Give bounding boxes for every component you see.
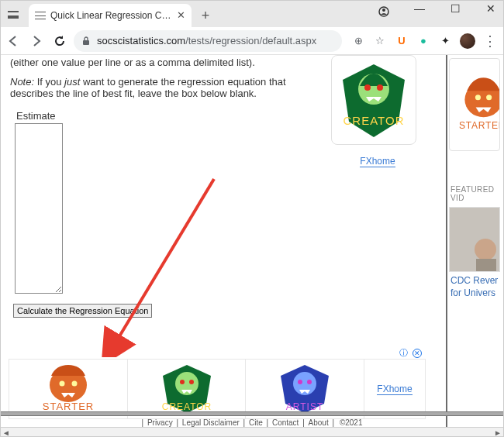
svg-text:CREATOR: CREATOR xyxy=(343,114,405,127)
svg-point-13 xyxy=(180,380,185,384)
main-content: (either one value per line or as a comma… xyxy=(1,55,447,427)
scroll-right-icon[interactable]: ► xyxy=(494,428,502,437)
url-host: socscistatistics.com xyxy=(97,35,185,46)
tab-favicon xyxy=(35,10,46,21)
titlebar: Quick Linear Regression Calculat ✕ + — ☐… xyxy=(1,1,503,27)
app-menu-button[interactable] xyxy=(4,5,22,24)
forward-button[interactable] xyxy=(27,32,46,50)
extension-green-icon[interactable]: ● xyxy=(416,34,430,48)
svg-point-16 xyxy=(293,372,316,395)
svg-rect-2 xyxy=(83,40,89,45)
inline-ad[interactable]: CREATOR FXhome xyxy=(331,55,424,167)
window-close-button[interactable]: ✕ xyxy=(480,2,502,17)
reload-button[interactable] xyxy=(50,32,69,50)
video-title[interactable]: CDC Rever for Univers xyxy=(450,275,503,299)
ad-marker: ⓘ ✕ xyxy=(399,347,422,359)
ad-starter-icon[interactable]: STARTER xyxy=(9,360,128,418)
svg-point-17 xyxy=(298,380,302,384)
page-viewport: (either one value per line or as a comma… xyxy=(1,55,503,427)
tab-close-icon[interactable]: ✕ xyxy=(176,11,185,20)
svg-point-9 xyxy=(59,381,64,387)
creator-badge-icon: CREATOR xyxy=(331,55,416,145)
ad-right-panel: FXhome xyxy=(364,360,425,418)
right-sidebar: STARTER FEATURED VID CDC Rever CDC Rever… xyxy=(447,55,503,427)
footer-contact[interactable]: Contact xyxy=(272,418,299,427)
svg-text:STARTER: STARTER xyxy=(459,120,500,131)
footer-privacy[interactable]: Privacy xyxy=(147,418,173,427)
browser-window: Quick Linear Regression Calculat ✕ + — ☐… xyxy=(0,0,504,437)
bottom-ad-row[interactable]: ⓘ ✕ STARTER xyxy=(9,359,426,419)
sidebar-starter-icon[interactable]: STARTER xyxy=(449,58,500,151)
back-button[interactable] xyxy=(4,32,22,50)
svg-point-12 xyxy=(175,372,198,395)
svg-text:ARTIST: ARTIST xyxy=(286,401,323,412)
window-controls: — ☐ ✕ xyxy=(373,2,502,17)
footer-copyright: ©2021 xyxy=(340,418,363,427)
tab-title: Quick Linear Regression Calculat xyxy=(50,10,173,21)
window-maximize-button[interactable]: ☐ xyxy=(444,2,466,17)
account-circle-icon[interactable] xyxy=(378,5,390,18)
svg-rect-26 xyxy=(476,259,496,272)
extensions-puzzle-icon[interactable]: ✦ xyxy=(438,34,452,48)
footer-links: | Privacy | Legal Disclaimer | Cite | Co… xyxy=(1,418,503,427)
footer-separator xyxy=(1,411,503,416)
window-minimize-button[interactable]: — xyxy=(409,2,430,17)
url-path: /tests/regression/default.aspx xyxy=(185,35,316,46)
zoom-icon[interactable]: ⊕ xyxy=(351,34,365,48)
address-bar: socscistatistics.com/tests/regression/de… xyxy=(1,27,503,55)
new-tab-button[interactable]: + xyxy=(196,6,215,25)
profile-avatar-icon[interactable] xyxy=(460,33,475,49)
svg-point-4 xyxy=(364,84,371,91)
svg-point-5 xyxy=(377,84,383,91)
scroll-left-icon[interactable]: ◄ xyxy=(2,428,10,437)
featured-video-thumb[interactable]: CDC Rever xyxy=(449,207,500,272)
extension-u-icon[interactable]: U xyxy=(395,34,409,48)
browser-tab[interactable]: Quick Linear Regression Calculat ✕ xyxy=(29,4,192,27)
svg-point-21 xyxy=(475,95,481,100)
svg-point-1 xyxy=(382,9,385,12)
annotation-arrow-icon xyxy=(63,171,226,357)
lock-icon xyxy=(81,36,91,46)
intro-text: (either one value per line or as a comma… xyxy=(10,57,305,99)
svg-text:CREATOR: CREATOR xyxy=(161,401,212,412)
chrome-menu-icon[interactable]: ⋮ xyxy=(483,34,497,48)
featured-heading: FEATURED VID xyxy=(450,185,503,202)
bookmark-star-icon[interactable]: ☆ xyxy=(373,34,387,48)
estimate-input[interactable] xyxy=(15,123,63,294)
footer-cite[interactable]: Cite xyxy=(249,418,263,427)
fxhome-link-bottom[interactable]: FXhome xyxy=(377,384,412,395)
svg-text:STARTER: STARTER xyxy=(43,401,94,412)
ad-info-icon[interactable]: ⓘ xyxy=(399,347,408,359)
ad-creator-icon[interactable]: CREATOR xyxy=(128,360,247,418)
ad-artist-icon[interactable]: ARTIST xyxy=(246,360,364,418)
svg-point-18 xyxy=(307,380,312,384)
footer-legal[interactable]: Legal Disclaimer xyxy=(182,418,240,427)
ad-close-icon[interactable]: ✕ xyxy=(413,349,422,358)
intro-line-1: (either one value per line or as a comma… xyxy=(10,57,305,68)
intro-note: Note: If you just want to generate the r… xyxy=(10,76,305,99)
calculate-button[interactable]: Calculate the Regression Equation xyxy=(13,304,152,318)
url-bar[interactable]: socscistatistics.com/tests/regression/de… xyxy=(74,30,342,52)
svg-point-25 xyxy=(475,239,496,260)
svg-point-22 xyxy=(486,95,492,100)
horizontal-scrollbar[interactable]: ◄ ► xyxy=(1,427,503,437)
svg-point-10 xyxy=(71,381,77,387)
svg-point-14 xyxy=(189,380,194,384)
footer-about[interactable]: About xyxy=(309,418,329,427)
fxhome-link[interactable]: FXhome xyxy=(360,156,395,167)
